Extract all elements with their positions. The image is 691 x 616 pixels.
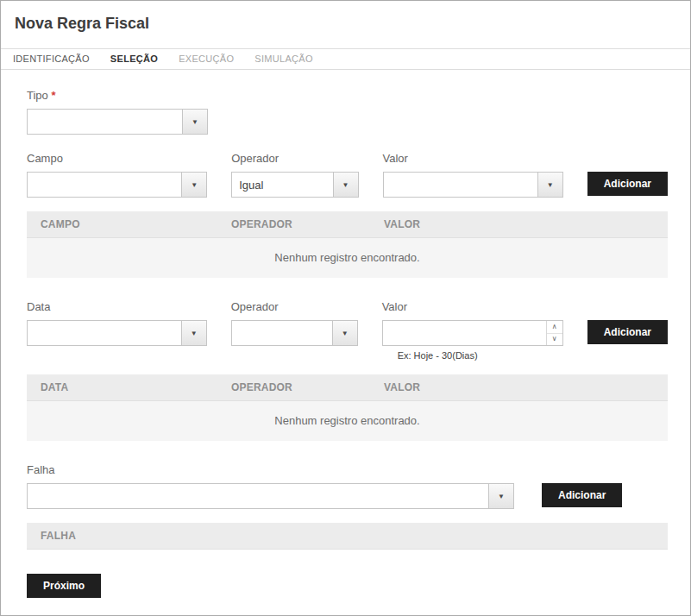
falha-row: Falha ▼ Adicionar <box>27 463 668 509</box>
falha-select[interactable]: ▼ <box>27 483 514 509</box>
data-select[interactable]: ▼ <box>27 320 207 346</box>
page-title: Nova Regra Fiscal <box>15 15 676 33</box>
tab-identificacao[interactable]: IDENTIFICAÇÃO <box>3 48 100 70</box>
chevron-down-icon[interactable]: ▼ <box>181 173 206 197</box>
falha-add-button[interactable]: Adicionar <box>542 483 622 507</box>
column-header-data: DATA <box>41 381 231 393</box>
required-marker: * <box>51 89 55 102</box>
campo-valor-select[interactable]: ▼ <box>383 172 563 198</box>
data-valor-spinner: ∧ ∨ <box>546 321 562 345</box>
chevron-down-icon[interactable]: ▼ <box>182 110 207 134</box>
page-footer: Próximo <box>27 574 668 598</box>
falha-table-header: FALHA <box>27 523 668 550</box>
tab-execucao: EXECUÇÃO <box>168 48 244 70</box>
tab-bar: IDENTIFICAÇÃO SELEÇÃO EXECUÇÃO SIMULAÇÃO <box>1 48 690 70</box>
column-header-operador: OPERADOR <box>231 381 384 393</box>
data-criteria-row: Data ▼ Operador ▼ Valor ∧ <box>27 300 668 361</box>
data-table-empty-message: Nenhum registro encontrado. <box>27 401 668 441</box>
campo-field: Campo ▼ <box>27 152 207 198</box>
spinner-up-icon[interactable]: ∧ <box>547 321 562 333</box>
column-header-valor: VALOR <box>384 218 420 230</box>
column-header-valor: VALOR <box>384 381 420 393</box>
tipo-field: Tipo * ▼ <box>27 89 668 135</box>
campo-operador-label: Operador <box>231 152 358 166</box>
chevron-down-icon[interactable]: ▼ <box>181 321 206 345</box>
campo-select[interactable]: ▼ <box>27 172 207 198</box>
campo-add-col: Adicionar <box>587 152 668 196</box>
chevron-down-icon[interactable]: ▼ <box>537 173 562 197</box>
column-header-campo: CAMPO <box>41 218 231 230</box>
column-header-falha: FALHA <box>41 530 76 542</box>
campo-operador-select[interactable]: Igual ▼ <box>231 172 358 198</box>
tab-selecao[interactable]: SELEÇÃO <box>100 48 168 70</box>
data-valor-field: Valor ∧ ∨ Ex: Hoje - 30(Dias) <box>382 300 563 361</box>
campo-results-table: CAMPO OPERADOR VALOR Nenhum registro enc… <box>27 211 668 278</box>
data-operador-select-value <box>232 321 332 345</box>
campo-valor-select-value <box>384 173 537 197</box>
tab-simulacao: SIMULAÇÃO <box>244 48 324 70</box>
data-valor-label: Valor <box>382 300 563 314</box>
campo-operador-field: Operador Igual ▼ <box>231 152 358 198</box>
campo-table-header: CAMPO OPERADOR VALOR <box>27 211 668 238</box>
campo-valor-label: Valor <box>383 152 563 166</box>
spinner-down-icon[interactable]: ∨ <box>547 333 562 346</box>
falha-field: Falha ▼ <box>27 463 514 509</box>
data-field: Data ▼ <box>27 300 207 346</box>
chevron-down-icon[interactable]: ▼ <box>333 173 358 197</box>
column-header-operador: OPERADOR <box>231 218 384 230</box>
new-fiscal-rule-page: Nova Regra Fiscal IDENTIFICAÇÃO SELEÇÃO … <box>0 0 691 616</box>
data-valor-input-wrap: ∧ ∨ <box>382 320 563 346</box>
data-operador-label: Operador <box>231 300 358 314</box>
chevron-down-icon[interactable]: ▼ <box>488 484 513 508</box>
campo-operador-select-value: Igual <box>232 173 332 197</box>
campo-criteria-row: Campo ▼ Operador Igual ▼ Valor ▼ <box>27 152 668 198</box>
chevron-down-icon[interactable]: ▼ <box>332 321 357 345</box>
data-select-value <box>28 321 181 345</box>
tipo-label: Tipo * <box>27 89 668 103</box>
data-operador-field: Operador ▼ <box>231 300 358 346</box>
data-add-col: Adicionar <box>587 300 668 344</box>
tipo-select-value <box>28 110 182 134</box>
falha-label: Falha <box>27 463 514 477</box>
data-valor-hint: Ex: Hoje - 30(Dias) <box>382 350 563 361</box>
campo-valor-field: Valor ▼ <box>383 152 563 198</box>
page-header: Nova Regra Fiscal <box>1 1 690 48</box>
data-valor-input[interactable] <box>383 321 546 345</box>
data-label: Data <box>27 300 207 314</box>
falha-results-table: FALHA <box>27 523 668 550</box>
falha-select-value <box>28 484 488 508</box>
campo-select-value <box>28 173 181 197</box>
falha-add-col: Adicionar <box>542 463 622 507</box>
data-results-table: DATA OPERADOR VALOR Nenhum registro enco… <box>27 374 668 441</box>
campo-table-empty-message: Nenhum registro encontrado. <box>27 238 668 278</box>
selection-form: Tipo * ▼ Campo ▼ Operador Igual ▼ <box>1 70 690 598</box>
campo-label: Campo <box>27 152 207 166</box>
tipo-select[interactable]: ▼ <box>27 109 208 135</box>
data-operador-select[interactable]: ▼ <box>231 320 358 346</box>
data-add-button[interactable]: Adicionar <box>587 320 668 344</box>
campo-add-button[interactable]: Adicionar <box>587 172 668 196</box>
data-table-header: DATA OPERADOR VALOR <box>27 374 668 401</box>
next-button[interactable]: Próximo <box>27 574 101 598</box>
